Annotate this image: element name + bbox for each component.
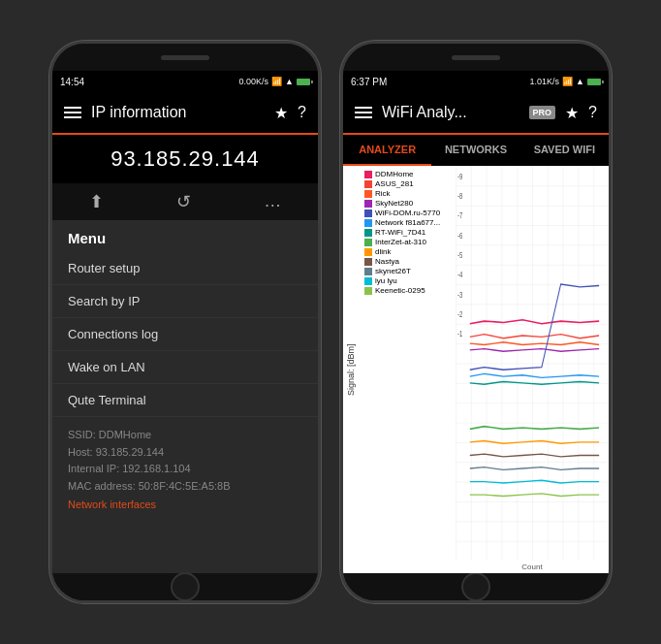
menu-item-wake-on-lan[interactable]: Wake on LAN bbox=[52, 351, 318, 384]
legend-item: skynet26T bbox=[364, 267, 450, 275]
network-ssid: SSID: DDMHome bbox=[68, 427, 302, 444]
legend-label-wifidom: WiFi-DOM.ru-5770 bbox=[375, 209, 440, 217]
chart-x-label: Count bbox=[456, 561, 609, 573]
legend-color-skynet bbox=[364, 200, 372, 208]
network-mac: MAC address: 50:8F:4C:5E:A5:8B bbox=[68, 478, 302, 496]
legend-item: Network f81a677... bbox=[364, 218, 450, 227]
chart-y-label: Signal: [dBm] bbox=[343, 166, 359, 573]
legend-label-asus: ASUS_281 bbox=[375, 179, 414, 188]
signal-icon: ▲ bbox=[285, 77, 294, 86]
speaker bbox=[161, 55, 209, 60]
legend-item: Rick bbox=[364, 189, 450, 198]
legend-label-skynet: SkyNet280 bbox=[375, 199, 413, 208]
legend-label-network: Network f81a677... bbox=[375, 218, 440, 227]
home-button[interactable] bbox=[171, 572, 200, 601]
phone-screen-2: 6:37 PM 1.01K/s 📶 ▲ WiFi Analy... PRO ★ … bbox=[343, 71, 609, 573]
phone-top-bezel-2 bbox=[343, 44, 609, 71]
svg-text:-1: -1 bbox=[457, 331, 462, 339]
legend-label-skynet26t: skynet26T bbox=[375, 267, 411, 275]
svg-text:-2: -2 bbox=[457, 310, 462, 319]
legend-color-wifidom bbox=[364, 209, 372, 217]
phone-bottom-bezel-2 bbox=[343, 573, 609, 600]
legend-label-keenetic: Keenetic-0295 bbox=[375, 286, 425, 295]
menu-content: Menu Router setup Search by IP Connectio… bbox=[52, 220, 318, 573]
legend-label-lyulyu: lyu lyu bbox=[375, 276, 397, 285]
svg-text:-5: -5 bbox=[457, 251, 462, 260]
menu-item-search-by-ip[interactable]: Search by IP bbox=[52, 285, 318, 318]
signal-icon-2: ▲ bbox=[576, 77, 584, 86]
wifi-icon-2: 📶 bbox=[562, 77, 573, 86]
phone-top-bezel bbox=[52, 44, 318, 71]
svg-text:-7: -7 bbox=[457, 211, 462, 220]
legend-color-dlink bbox=[364, 248, 372, 256]
network-host: Host: 93.185.29.144 bbox=[68, 444, 302, 462]
menu-item-qute-terminal[interactable]: Qute Terminal bbox=[52, 384, 318, 417]
network-interfaces-link[interactable]: Network interfaces bbox=[68, 499, 156, 510]
svg-text:-4: -4 bbox=[457, 271, 462, 279]
ip-display: 93.185.29.144 bbox=[52, 135, 318, 183]
legend-item: Keenetic-0295 bbox=[364, 286, 450, 295]
app-title: IP information bbox=[91, 104, 265, 121]
tab-saved-wifi[interactable]: SAVED WIFI bbox=[520, 135, 609, 166]
svg-text:-8: -8 bbox=[457, 192, 462, 201]
share-button[interactable]: ⬆ bbox=[89, 191, 104, 212]
wifi-icon: 📶 bbox=[271, 77, 282, 86]
legend-color-skynet26t bbox=[364, 268, 372, 275]
svg-text:-3: -3 bbox=[457, 291, 462, 300]
menu-header: Menu bbox=[52, 220, 318, 252]
ip-address: 93.185.29.144 bbox=[64, 146, 306, 172]
action-bar: ⬆ ↺ … bbox=[52, 183, 318, 220]
chart-area: Signal: [dBm] DDMHome ASUS_281 Rick Sk bbox=[343, 166, 609, 573]
legend-item: DDMHome bbox=[364, 170, 450, 178]
tab-bar: ANALYZER NETWORKS SAVED WIFI bbox=[343, 135, 609, 166]
legend-label-dlink: dlink bbox=[375, 247, 391, 256]
status-speed: 0.00K/s bbox=[239, 77, 269, 86]
help-button-2[interactable]: ? bbox=[588, 104, 597, 121]
star-button-2[interactable]: ★ bbox=[565, 104, 579, 122]
chart-svg: -9 -8 -7 -6 -5 -4 -3 -2 -1 bbox=[456, 166, 609, 561]
chart-grid: -9 -8 -7 -6 -5 -4 -3 -2 -1 bbox=[456, 166, 609, 561]
menu-button-2[interactable] bbox=[355, 107, 372, 118]
status-right-2: 1.01K/s 📶 ▲ bbox=[530, 77, 601, 86]
legend-color-asus bbox=[364, 180, 372, 188]
legend-color-keenetic bbox=[364, 287, 372, 295]
tab-networks[interactable]: NETWORKS bbox=[431, 135, 519, 166]
status-speed-2: 1.01K/s bbox=[530, 77, 560, 86]
tab-analyzer[interactable]: ANALYZER bbox=[343, 135, 431, 166]
legend-item: WiFi-DOM.ru-5770 bbox=[364, 209, 450, 217]
legend-item: ASUS_281 bbox=[364, 179, 450, 188]
legend-color-lyulyu bbox=[364, 277, 372, 285]
home-button-2[interactable] bbox=[461, 572, 490, 601]
legend-label-interzet: InterZet-at-310 bbox=[375, 238, 426, 246]
svg-text:-9: -9 bbox=[457, 173, 462, 181]
battery-icon bbox=[297, 79, 310, 85]
status-time: 14:54 bbox=[60, 77, 84, 87]
phone-wifi-analyzer: 6:37 PM 1.01K/s 📶 ▲ WiFi Analy... PRO ★ … bbox=[340, 41, 612, 603]
phone-bottom-bezel bbox=[52, 573, 318, 600]
legend-item: dlink bbox=[364, 247, 450, 256]
legend-label-rtwifi: RT-WiFi_7D41 bbox=[375, 228, 425, 237]
legend-color-rick bbox=[364, 190, 372, 198]
network-internal-ip: Internal IP: 192.168.1.104 bbox=[68, 461, 302, 478]
legend-label-ddmhome: DDMHome bbox=[375, 170, 414, 178]
menu-button[interactable] bbox=[64, 107, 81, 118]
legend-color-interzet bbox=[364, 239, 372, 246]
refresh-button[interactable]: ↺ bbox=[176, 191, 191, 212]
help-button[interactable]: ? bbox=[298, 104, 306, 121]
chart-legend: DDMHome ASUS_281 Rick SkyNet280 WiFi-DOM… bbox=[359, 166, 456, 573]
app-bar: IP information ★ ? bbox=[52, 92, 318, 135]
app-title-2: WiFi Analy... bbox=[382, 104, 519, 121]
network-info: SSID: DDMHome Host: 93.185.29.144 Intern… bbox=[52, 417, 318, 522]
legend-color-nastya bbox=[364, 258, 372, 266]
legend-item: SkyNet280 bbox=[364, 199, 450, 208]
phone-screen: 14:54 0.00K/s 📶 ▲ IP information ★ ? 93.… bbox=[52, 71, 318, 573]
menu-item-connections-log[interactable]: Connections log bbox=[52, 318, 318, 351]
app-bar-2: WiFi Analy... PRO ★ ? bbox=[343, 92, 609, 135]
more-button[interactable]: … bbox=[264, 191, 281, 212]
legend-item: InterZet-at-310 bbox=[364, 238, 450, 246]
status-bar-2: 6:37 PM 1.01K/s 📶 ▲ bbox=[343, 71, 609, 92]
svg-text:-6: -6 bbox=[457, 232, 462, 241]
star-button[interactable]: ★ bbox=[274, 104, 288, 122]
legend-item: lyu lyu bbox=[364, 276, 450, 285]
menu-item-router-setup[interactable]: Router setup bbox=[52, 252, 318, 285]
